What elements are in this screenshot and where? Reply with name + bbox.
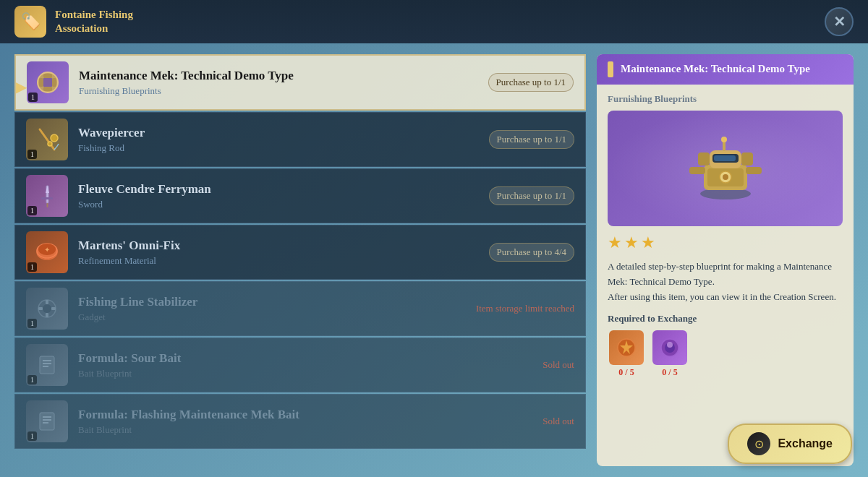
item-status: Item storage limit reached	[476, 303, 574, 314]
item-count: 1	[27, 206, 37, 215]
svg-point-18	[43, 304, 51, 313]
svg-rect-4	[39, 78, 43, 87]
required-label: Required to Exchange	[608, 313, 843, 325]
item-info: Fleuve Cendre Ferryman Sword	[78, 182, 489, 210]
item-status: Sold out	[542, 416, 574, 427]
svg-point-1	[42, 77, 54, 88]
blueprint-icon	[34, 408, 60, 434]
item-detail-image	[682, 125, 769, 212]
star-3: ★	[641, 233, 655, 252]
item-row[interactable]: 1 Maintenance Mek: Technical Demo Type F…	[14, 54, 586, 111]
svg-rect-22	[51, 307, 56, 310]
item-type: Fishing Rod	[78, 142, 489, 154]
item-status: Sold out	[542, 359, 574, 371]
svg-rect-39	[723, 141, 726, 151]
svg-rect-23	[40, 356, 54, 374]
svg-rect-3	[43, 87, 52, 91]
exchange-icon: ⊙	[747, 432, 770, 455]
star-1: ★	[608, 233, 622, 252]
exchange-button-area: ⊙ Exchange	[728, 424, 852, 464]
blueprint-icon	[34, 352, 60, 378]
item-count: 1	[27, 319, 37, 328]
item-thumbnail: 1	[26, 344, 68, 386]
item-count: 1	[27, 262, 37, 272]
item-row[interactable]: 1 Wavepiercer Fishing Rod Purchase up to…	[14, 112, 586, 167]
req-item-icon-1	[609, 330, 644, 365]
required-item-2: 0 / 5	[651, 330, 689, 378]
svg-point-8	[48, 142, 52, 146]
svg-rect-20	[46, 313, 48, 317]
item-name: Formula: Flashing Maintenance Mek Bait	[78, 408, 542, 422]
svg-rect-11	[47, 203, 48, 207]
item-info: Fishing Line Stabilizer Gadget	[78, 295, 476, 323]
svg-text:✦: ✦	[44, 246, 50, 254]
item-row[interactable]: 1 Fishing Line Stabilizer Gadget Item st…	[14, 281, 586, 336]
req-count-2: 0 / 5	[662, 367, 677, 378]
item-count: 1	[27, 375, 37, 384]
item-row[interactable]: ✦ 1 Martens' Omni-Fix Refinement Materia…	[14, 225, 586, 280]
item-type: Bait Blueprint	[78, 368, 542, 379]
detail-stars: ★ ★ ★	[608, 233, 843, 252]
svg-rect-38	[741, 152, 753, 166]
item-row[interactable]: 1 Formula: Sour Bait Bait Blueprint Sold…	[14, 338, 586, 392]
gadget-icon	[34, 296, 60, 322]
required-item-1: 0 / 5	[608, 330, 645, 378]
header-accent-bar	[608, 61, 613, 77]
item-thumbnail: ✦ 1	[26, 231, 68, 273]
shop-header: 🏷️ Fontaine Fishing Association ✕	[0, 0, 868, 43]
svg-point-40	[721, 137, 727, 142]
detail-category: Furnishing Blueprints	[608, 93, 843, 105]
item-thumbnail: 1	[26, 175, 68, 217]
svg-rect-10	[41, 197, 53, 199]
svg-rect-42	[746, 167, 762, 174]
detail-image-area	[608, 111, 843, 226]
item-name: Fleuve Cendre Ferryman	[78, 182, 489, 197]
shop-icon: 🏷️	[14, 6, 46, 38]
item-count: 1	[27, 431, 37, 441]
item-thumbnail: 1	[27, 61, 69, 103]
item-row[interactable]: 1 Fleuve Cendre Ferryman Sword Purchase …	[14, 168, 586, 223]
item-info: Formula: Flashing Maintenance Mek Bait B…	[78, 408, 542, 436]
star-2: ★	[624, 233, 639, 252]
item-row[interactable]: 1 Formula: Flashing Maintenance Mek Bait…	[14, 394, 586, 449]
item-name: Formula: Sour Bait	[78, 351, 542, 366]
required-items: 0 / 5 0 / 5	[608, 330, 843, 378]
item-info: Formula: Sour Bait Bait Blueprint	[78, 351, 542, 379]
item-count: 1	[28, 93, 38, 102]
selection-arrow: ▶	[16, 78, 27, 95]
mek-icon	[33, 68, 62, 97]
currency-icon-1	[616, 337, 637, 358]
item-thumbnail: 1	[26, 288, 68, 330]
item-status: Purchase up to 1/1	[489, 130, 574, 149]
item-status: Purchase up to 4/4	[489, 243, 574, 262]
item-type: Gadget	[78, 311, 476, 323]
svg-rect-27	[40, 413, 54, 430]
item-type: Furnishing Blueprints	[79, 85, 488, 97]
detail-description: A detailed step-by-step blueprint for ma…	[608, 259, 843, 304]
svg-rect-37	[698, 152, 710, 166]
item-type: Bait Blueprint	[78, 424, 542, 436]
sword-icon	[34, 183, 60, 209]
item-status: Purchase up to 1/1	[489, 186, 574, 205]
svg-rect-2	[43, 74, 52, 78]
detail-body: Furnishing Blueprints	[597, 85, 854, 466]
item-type: Sword	[78, 199, 489, 210]
svg-point-49	[667, 342, 673, 348]
svg-point-44	[723, 174, 728, 180]
item-name: Martens' Omni-Fix	[78, 239, 489, 253]
svg-point-7	[51, 134, 58, 142]
svg-rect-5	[52, 78, 56, 87]
item-name: Wavepiercer	[78, 126, 489, 140]
svg-rect-36	[714, 155, 736, 161]
item-thumbnail: 1	[26, 400, 68, 442]
item-info: Martens' Omni-Fix Refinement Material	[78, 239, 489, 267]
material-icon: ✦	[34, 239, 60, 265]
exchange-button[interactable]: ⊙ Exchange	[728, 424, 852, 464]
item-info: Maintenance Mek: Technical Demo Type Fur…	[79, 69, 488, 97]
svg-rect-41	[689, 167, 705, 174]
item-name: Fishing Line Stabilizer	[78, 295, 476, 309]
req-item-icon-2	[652, 330, 687, 365]
item-list: 1 Maintenance Mek: Technical Demo Type F…	[14, 54, 586, 466]
close-button[interactable]: ✕	[825, 7, 854, 36]
item-info: Wavepiercer Fishing Rod	[78, 126, 489, 154]
